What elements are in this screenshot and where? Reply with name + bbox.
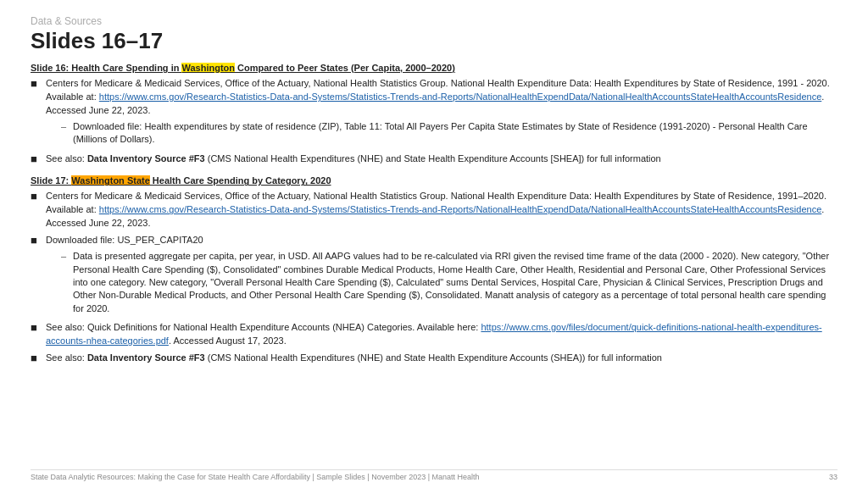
slide16-bullet-1-text: Centers for Medicare & Medicaid Services… [46,77,837,149]
slide17-bullet-4-text: See also: Data Inventory Source #F3 (CMS… [46,352,837,365]
bullet-icon: ■ [31,76,42,92]
slide16-bullet-1: ■ Centers for Medicare & Medicaid Servic… [31,77,837,149]
slide16-highlight: Washington [181,63,235,73]
slide17-link-1[interactable]: https://www.cms.gov/Research-Statistics-… [99,204,821,214]
slide17-sub-1-text: Data is presented aggregate per capita, … [73,250,837,315]
slide16-heading-suffix: Compared to Peer States (Per Capita, 200… [235,63,455,73]
slide17-bullet-3-text: See also: Quick Definitions for National… [46,321,837,348]
bullet-icon-3: ■ [31,189,42,205]
slide17-link-2[interactable]: https://www.cms.gov/files/document/quick… [46,322,822,346]
slide16-bullets: ■ Centers for Medicare & Medicaid Servic… [31,77,837,167]
header-title: Slides 16–17 [31,28,837,54]
slide17-heading: Slide 17: Washington State Health Care S… [31,175,837,186]
slide17-bullets: ■ Centers for Medicare & Medicaid Servic… [31,190,837,366]
slide17-bullet-2: ■ Downloaded file: US_PER_CAPITA20 – Dat… [31,234,837,318]
bullet-icon-6: ■ [31,351,42,367]
footer-left: State Data Analytic Resources: Making th… [31,473,480,481]
page: Data & Sources Slides 16–17 Slide 16: He… [0,0,868,488]
header-subtitle: Data & Sources [31,15,837,27]
slide16-section: Slide 16: Health Care Spending in Washin… [31,63,837,167]
slide16-heading: Slide 16: Health Care Spending in Washin… [31,63,837,73]
slide16-sublist: – Downloaded file: Health expenditures b… [61,120,837,147]
slide16-bold: Data Inventory Source #F3 [87,153,205,164]
slide17-bullet-1-text: Centers for Medicare & Medicaid Services… [46,190,837,230]
slide17-bullet-3: ■ See also: Quick Definitions for Nation… [31,321,837,348]
slide17-section: Slide 17: Washington State Health Care S… [31,175,837,366]
slide17-bullet-1: ■ Centers for Medicare & Medicaid Servic… [31,190,837,230]
footer: State Data Analytic Resources: Making th… [31,469,837,481]
slide17-bullet-2-text: Downloaded file: US_PER_CAPITA20 – Data … [46,234,837,318]
slide16-sub-1-text: Downloaded file: Health expenditures by … [73,120,837,147]
bullet-icon-5: ■ [31,320,42,336]
slide17-heading-suffix: Health Care Spending by Category, 2020 [150,175,331,186]
slide17-highlight: Washington State [71,175,149,186]
slide16-bullet-2: ■ See also: Data Inventory Source #F3 (C… [31,152,837,168]
slide17-bold: Data Inventory Source #F3 [87,352,205,363]
bullet-icon-2: ■ [31,152,42,168]
slide16-link-1[interactable]: https://www.cms.gov/Research-Statistics-… [99,92,821,102]
footer-page-number: 33 [829,473,837,481]
bullet-icon-4: ■ [31,233,42,249]
slide16-sub-1: – Downloaded file: Health expenditures b… [61,120,837,147]
slide17-bullet-4: ■ See also: Data Inventory Source #F3 (C… [31,352,837,367]
slide17-sublist: – Data is presented aggregate per capita… [61,250,837,315]
slide16-heading-prefix: Slide 16: Health Care Spending in [31,63,181,73]
slide16-bullet-2-text: See also: Data Inventory Source #F3 (CMS… [46,152,837,166]
slide17-sub-1: – Data is presented aggregate per capita… [61,250,837,315]
slide17-heading-prefix: Slide 17: [31,175,71,186]
